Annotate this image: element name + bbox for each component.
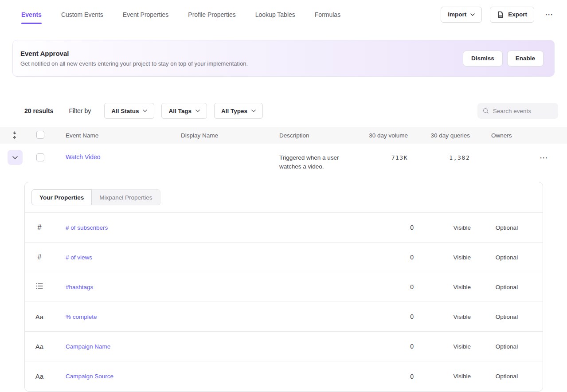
property-requirement[interactable]: Optional [471, 284, 543, 290]
tab-events[interactable]: Events [21, 0, 42, 29]
search-box [477, 103, 558, 119]
event-approval-banner: Event Approval Get notified on all new e… [12, 40, 555, 77]
search-input[interactable] [493, 108, 553, 114]
property-name-link[interactable]: % complete [54, 314, 360, 320]
property-row: # # of subscribers 0 Visible Optional [25, 213, 543, 243]
property-requirement[interactable]: Optional [471, 224, 543, 231]
property-name-link[interactable]: # of subscribers [54, 224, 360, 231]
property-value: 0 [360, 313, 414, 320]
property-value: 0 [360, 254, 414, 261]
chevron-down-icon [12, 156, 18, 159]
event-table-row: Watch Video Triggered when a user watche… [0, 144, 567, 182]
chevron-down-icon [196, 110, 200, 112]
tags-filter-label: All Tags [168, 108, 192, 114]
banner-title: Event Approval [20, 50, 248, 57]
property-visibility[interactable]: Visible [414, 343, 471, 350]
column-volume: 30 day volume [364, 132, 408, 139]
chevron-down-icon [251, 110, 256, 112]
number-type-icon: # [38, 223, 42, 231]
types-filter-label: All Types [221, 108, 247, 114]
event-properties-panel: Your Properties Mixpanel Properties # # … [24, 182, 543, 392]
property-value: 0 [360, 224, 414, 231]
property-row: Aa % complete 0 Visible Optional [25, 302, 543, 332]
chevron-down-icon [470, 13, 475, 16]
results-count: 20 results [24, 107, 53, 114]
row-more-options-button[interactable]: ⋯ [537, 151, 551, 165]
event-queries: 1,382 [408, 150, 470, 182]
tab-event-properties[interactable]: Event Properties [123, 0, 169, 29]
event-volume: 713K [364, 150, 408, 182]
property-visibility[interactable]: Visible [414, 314, 471, 320]
events-table-header: Event Name Display Name Description 30 d… [0, 127, 567, 144]
column-event-name: Event Name [66, 132, 181, 139]
lexicon-tabs: Events Custom Events Event Properties Pr… [21, 0, 340, 29]
property-name-link[interactable]: Campaign Source [54, 373, 360, 380]
import-button-label: Import [448, 11, 466, 18]
property-value: 0 [360, 343, 414, 350]
property-name-link[interactable]: #hashtags [54, 284, 360, 290]
property-requirement[interactable]: Optional [471, 254, 543, 261]
property-name-link[interactable]: # of views [54, 254, 360, 261]
tab-your-properties[interactable]: Your Properties [31, 189, 92, 205]
property-name-link[interactable]: Campaign Name [54, 343, 360, 350]
banner-text: Event Approval Get notified on all new e… [20, 50, 248, 67]
types-filter-dropdown[interactable]: All Types [214, 103, 263, 119]
property-visibility[interactable]: Visible [414, 373, 471, 380]
number-type-icon: # [38, 253, 42, 261]
select-all-checkbox[interactable] [36, 131, 44, 139]
banner-actions: Dismiss Enable [463, 51, 544, 67]
collapse-all-control[interactable] [0, 131, 29, 139]
collapse-rows-icon [12, 131, 18, 139]
nav-actions: Import Export ⋯ [441, 7, 556, 23]
property-row: Aa Campaign Name 0 Visible Optional [25, 332, 543, 361]
chevron-down-icon [143, 110, 147, 112]
property-requirement[interactable]: Optional [471, 373, 543, 380]
properties-tabbar: Your Properties Mixpanel Properties [25, 182, 543, 213]
properties-list: # # of subscribers 0 Visible Optional # … [25, 213, 543, 391]
search-icon [483, 107, 489, 114]
tab-profile-properties[interactable]: Profile Properties [188, 0, 235, 29]
tab-custom-events[interactable]: Custom Events [61, 0, 103, 29]
top-navigation: Events Custom Events Event Properties Pr… [0, 0, 567, 29]
property-visibility[interactable]: Visible [414, 254, 471, 261]
dismiss-button[interactable]: Dismiss [463, 51, 503, 67]
text-type-icon: Aa [35, 343, 43, 350]
filter-by-label: Filter by [69, 107, 91, 114]
collapse-row-button[interactable] [8, 150, 23, 165]
event-display-name [181, 150, 279, 182]
export-button[interactable]: Export [490, 7, 534, 23]
property-requirement[interactable]: Optional [471, 343, 543, 350]
column-queries: 30 day queries [408, 132, 470, 139]
property-row: # # of views 0 Visible Optional [25, 243, 543, 272]
text-type-icon: Aa [35, 372, 43, 380]
tab-mixpanel-properties[interactable]: Mixpanel Properties [92, 189, 160, 205]
tab-lookup-tables[interactable]: Lookup Tables [255, 0, 295, 29]
property-value: 0 [360, 373, 414, 380]
column-owners: Owners [470, 132, 536, 139]
property-value: 0 [360, 283, 414, 290]
filter-bar: 20 results Filter by All Status All Tags… [24, 103, 558, 119]
text-type-icon: Aa [35, 313, 43, 321]
status-filter-dropdown[interactable]: All Status [104, 103, 154, 119]
banner-description: Get notified on all new events entering … [20, 60, 248, 67]
tab-formulas[interactable]: Formulas [315, 0, 340, 29]
column-display-name: Display Name [181, 132, 279, 139]
property-row: #hashtags 0 Visible Optional [25, 272, 543, 302]
property-requirement[interactable]: Optional [471, 314, 543, 320]
event-owners [470, 150, 536, 182]
export-csv-icon [497, 11, 504, 18]
list-type-icon [36, 283, 43, 291]
column-description: Description [279, 132, 364, 139]
enable-button[interactable]: Enable [507, 51, 544, 67]
status-filter-label: All Status [111, 108, 139, 114]
property-visibility[interactable]: Visible [414, 284, 471, 290]
property-row: Aa Campaign Source 0 Visible Optional [25, 361, 543, 391]
import-button[interactable]: Import [441, 7, 482, 23]
property-visibility[interactable]: Visible [414, 224, 471, 231]
tags-filter-dropdown[interactable]: All Tags [161, 103, 207, 119]
event-name-link[interactable]: Watch Video [66, 150, 181, 182]
more-options-button[interactable]: ⋯ [542, 8, 556, 21]
export-button-label: Export [508, 11, 527, 18]
event-description: Triggered when a user watches a video. [279, 150, 364, 182]
row-checkbox[interactable] [36, 153, 44, 161]
